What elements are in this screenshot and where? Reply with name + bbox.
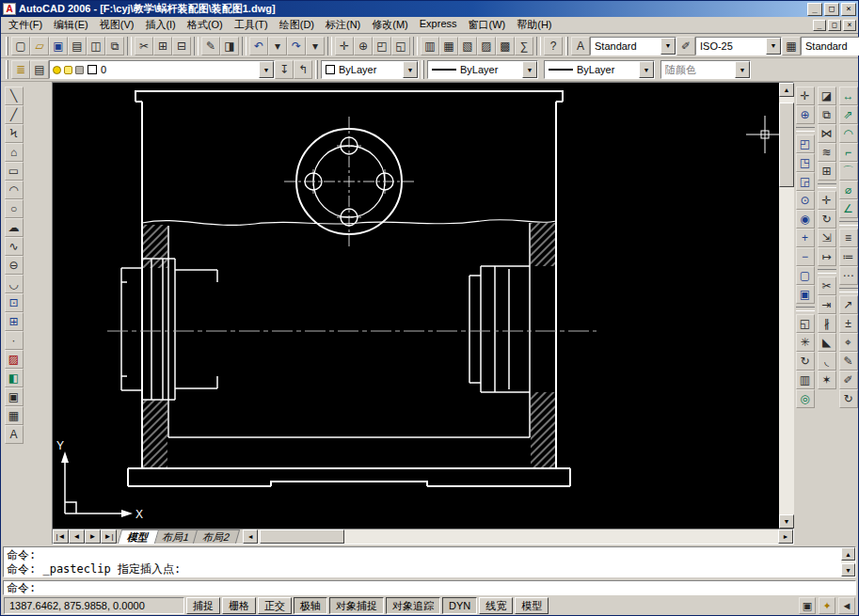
polygon-button[interactable]: ⌂ (5, 143, 24, 162)
last-tab-button[interactable]: ►| (101, 529, 117, 544)
dim-aligned-button[interactable]: ⇗ (839, 105, 858, 124)
layer-lock-icon[interactable] (75, 66, 84, 74)
extend-button[interactable]: ⇥ (818, 295, 836, 314)
dim-diameter-button[interactable]: ⌀ (839, 181, 858, 199)
match-properties-button[interactable]: ✎ (201, 37, 220, 55)
zoom-out-button[interactable]: − (796, 247, 815, 266)
toggle-snap[interactable]: 捕捉 (186, 597, 220, 614)
mdi-close-button[interactable]: × (843, 20, 856, 31)
zoom-in-button[interactable]: + (796, 229, 815, 247)
communication-center-button[interactable]: ✦ (819, 597, 835, 614)
dim-angular-button[interactable]: ∠ (839, 199, 858, 218)
table-style-icon[interactable]: ▦ (782, 37, 801, 55)
dim-radius-button[interactable]: ⌒ (839, 162, 858, 181)
named-views-button[interactable]: ▥ (796, 371, 815, 389)
insert-block-button[interactable]: ⊡ (5, 293, 24, 312)
redraw-button[interactable]: ✳ (796, 333, 815, 352)
paste-button[interactable]: ⊟ (172, 37, 191, 55)
copy-object-button[interactable]: ⧉ (818, 105, 836, 124)
toggle-otrack[interactable]: 对象追踪 (386, 597, 440, 614)
rectangle-button[interactable]: ▭ (5, 162, 24, 181)
dim-style-dropdown[interactable]: ISO-25 ▼ (695, 37, 782, 55)
new-button[interactable]: ▢ (11, 37, 30, 55)
dropdown-arrow-icon[interactable]: ▼ (259, 61, 274, 78)
zoom-previous-2-button[interactable]: ◱ (796, 314, 815, 333)
menu-window[interactable]: 窗口(W) (463, 16, 512, 34)
dim-continue-button[interactable]: ⋯ (839, 266, 858, 285)
menu-modify[interactable]: 修改(M) (366, 16, 414, 34)
tab-layout2[interactable]: 布局2 (193, 529, 240, 544)
zoom-all-button[interactable]: ▢ (796, 266, 815, 285)
dropdown-arrow-icon[interactable]: ▼ (403, 61, 418, 78)
toolbar-grip[interactable] (315, 60, 318, 79)
plot-preview-button[interactable]: ◫ (87, 37, 105, 55)
scale-button[interactable]: ⇲ (818, 229, 836, 247)
stretch-button[interactable]: ↦ (818, 247, 836, 266)
menu-file[interactable]: 文件(F) (3, 16, 48, 34)
layer-dropdown[interactable]: 0 ▼ (49, 60, 275, 79)
open-button[interactable]: ▱ (30, 37, 49, 55)
dropdown-arrow-icon[interactable]: ▼ (660, 38, 676, 55)
tool-palettes-button[interactable]: ▧ (458, 37, 477, 55)
zoom-previous-button[interactable]: ◱ (391, 37, 410, 55)
zoom-window-2-button[interactable]: ◰ (796, 134, 815, 153)
zoom-scale-button[interactable]: ◲ (796, 172, 815, 191)
break-button[interactable]: ∦ (818, 314, 836, 333)
make-block-button[interactable]: ⊞ (5, 312, 24, 331)
quick-leader-button[interactable]: ↗ (839, 295, 858, 314)
coordinate-readout[interactable]: 1387.6462, 875.9858, 0.0000 (4, 597, 184, 614)
arc-button[interactable]: ◠ (5, 181, 24, 199)
layer-states-manager-button[interactable]: ▤ (30, 60, 49, 79)
menu-draw[interactable]: 绘图(D) (274, 16, 320, 34)
3d-orbit-button[interactable]: ◎ (796, 389, 815, 408)
vertical-scrollbar[interactable]: ▲ ▼ (779, 83, 794, 529)
toolbar-grip[interactable] (422, 60, 424, 79)
move-button[interactable]: ✛ (818, 191, 836, 210)
center-mark-button[interactable]: ⌖ (839, 333, 858, 352)
markup-set-manager-button[interactable]: ▩ (496, 37, 515, 55)
redo-button[interactable]: ↷ (287, 37, 306, 55)
regen-button[interactable]: ↻ (796, 352, 815, 371)
plot-style-dropdown[interactable]: 随颜色 ▼ (660, 60, 751, 79)
menu-help[interactable]: 帮助(H) (511, 16, 557, 34)
plot-button[interactable]: ▤ (68, 37, 87, 55)
ellipse-button[interactable]: ⊖ (5, 256, 24, 275)
layer-previous-button[interactable]: ↰ (294, 60, 312, 79)
circle-button[interactable]: ○ (5, 199, 24, 218)
trim-button[interactable]: ✂ (818, 276, 836, 295)
offset-button[interactable]: ≋ (818, 143, 836, 162)
dim-baseline-button[interactable]: ≔ (839, 247, 858, 266)
layer-on-bulb-icon[interactable] (53, 66, 61, 74)
menu-tools[interactable]: 工具(T) (229, 16, 274, 34)
make-object-layer-current-button[interactable]: ↧ (275, 60, 294, 79)
command-scroll-track[interactable] (841, 561, 855, 563)
dropdown-arrow-icon[interactable]: ▼ (766, 38, 781, 55)
next-tab-button[interactable]: ► (85, 529, 101, 544)
sheet-set-manager-button[interactable]: ▨ (477, 37, 496, 55)
horizontal-scroll-thumb[interactable] (260, 529, 344, 544)
toggle-dyn[interactable]: DYN (442, 597, 477, 614)
vertical-scroll-track[interactable] (779, 97, 794, 514)
zoom-realtime-button[interactable]: ⊕ (354, 37, 373, 55)
lineweight-dropdown[interactable]: ByLayer ▼ (544, 60, 655, 79)
scroll-right-icon[interactable]: ► (778, 529, 793, 544)
title-bar[interactable]: A AutoCAD 2006 - [F:\cyj\教学\蜗杆装配图\装配图1.d… (1, 1, 858, 17)
command-prompt-input[interactable]: 命令: (3, 580, 856, 595)
menu-dimension[interactable]: 标注(N) (320, 16, 366, 34)
horizontal-scroll-track[interactable] (258, 529, 778, 544)
multiline-text-button[interactable]: A (5, 425, 24, 444)
undo-list-button[interactable]: ▾ (268, 37, 287, 55)
undo-button[interactable]: ↶ (249, 37, 268, 55)
save-button[interactable]: ▣ (49, 37, 68, 55)
publish-button[interactable]: ⧉ (105, 37, 124, 55)
text-style-dropdown[interactable]: Standard ▼ (590, 37, 676, 55)
table-style-dropdown[interactable]: Standard (801, 37, 859, 55)
toggle-model-space[interactable]: 模型 (515, 597, 549, 614)
color-dropdown[interactable]: ByLayer ▼ (321, 60, 419, 79)
copy-button[interactable]: ⊞ (153, 37, 172, 55)
scroll-up-icon[interactable]: ▲ (841, 547, 855, 561)
prev-tab-button[interactable]: ◄ (69, 529, 85, 544)
scroll-up-icon[interactable]: ▲ (779, 83, 794, 97)
command-scrollbar[interactable]: ▲ ▼ (841, 547, 855, 577)
spline-button[interactable]: ∿ (5, 237, 24, 256)
